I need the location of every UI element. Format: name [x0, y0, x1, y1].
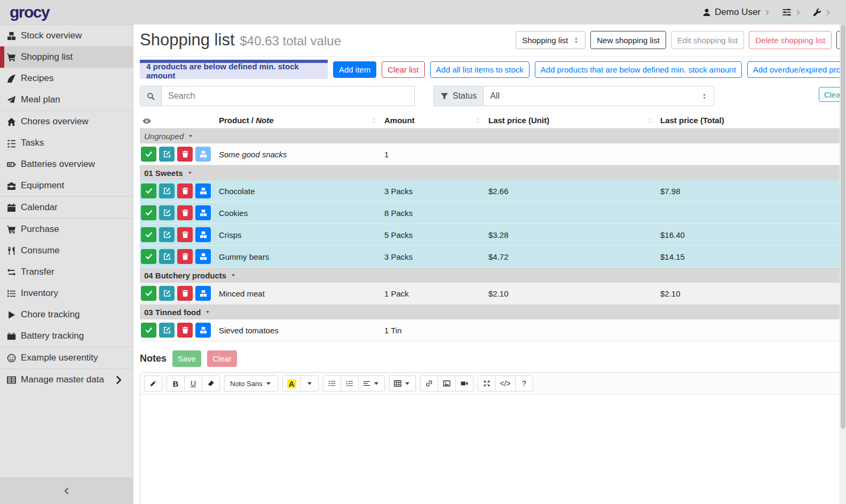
- product-box-icon: [200, 209, 207, 217]
- group-header-ungrouped[interactable]: Ungrouped: [140, 129, 846, 143]
- toolbox-icon: [7, 181, 16, 190]
- style-magic-button[interactable]: [144, 375, 162, 391]
- delete-item-button[interactable]: [177, 323, 193, 338]
- user-menu[interactable]: Demo User: [702, 7, 770, 18]
- sidebar-item-transfer[interactable]: Transfer: [0, 261, 133, 283]
- product-button[interactable]: [195, 323, 211, 338]
- add-item-button[interactable]: Add item: [333, 61, 376, 78]
- sort-icon[interactable]: [371, 117, 377, 124]
- paragraph-button[interactable]: [358, 375, 385, 391]
- delete-item-button[interactable]: [177, 227, 193, 242]
- sidebar-item-tasks[interactable]: Tasks: [0, 132, 133, 154]
- delete-item-button[interactable]: [177, 147, 193, 162]
- sidebar-item-stock-overview[interactable]: Stock overview: [0, 25, 133, 46]
- sidebar-item-consume[interactable]: Consume: [0, 240, 133, 261]
- mark-done-button[interactable]: [141, 183, 156, 198]
- sidebar-collapse-button[interactable]: [0, 477, 133, 504]
- edit-item-button[interactable]: [159, 323, 175, 338]
- add-all-to-stock-button[interactable]: Add all list items to stock: [430, 61, 529, 78]
- group-header-tinned-food[interactable]: 03 Tinned food: [140, 305, 846, 319]
- sidebar-item-chore-tracking[interactable]: Chore tracking: [0, 304, 133, 325]
- product-button[interactable]: [195, 183, 211, 198]
- new-shopping-list-button[interactable]: New shopping list: [590, 31, 666, 49]
- sidebar-item-equipment[interactable]: Equipment: [0, 175, 133, 196]
- sidebar-item-meal-plan[interactable]: Meal plan: [0, 89, 133, 110]
- sidebar-item-batteries-overview[interactable]: Batteries overview: [0, 154, 133, 175]
- edit-item-button[interactable]: [159, 249, 175, 264]
- column-last-price-unit[interactable]: Last price (Unit): [488, 116, 660, 125]
- notes-editing-area[interactable]: [140, 395, 846, 503]
- codeview-button[interactable]: </>: [495, 375, 516, 391]
- delete-item-button[interactable]: [177, 249, 193, 264]
- sort-icon[interactable]: [475, 117, 481, 124]
- save-notes-button[interactable]: Save: [172, 350, 201, 367]
- edit-shopping-list-button[interactable]: Edit shopping list: [671, 31, 744, 49]
- insert-picture-button[interactable]: [438, 375, 456, 391]
- clear-notes-button[interactable]: Clear: [207, 350, 237, 367]
- clear-list-button[interactable]: Clear list: [382, 61, 424, 78]
- sidebar-item-shopping-list[interactable]: Shopping list: [0, 46, 133, 68]
- sidebar-item-inventory[interactable]: Inventory: [0, 283, 133, 304]
- product-name: Some good snacks: [219, 150, 384, 159]
- sort-icon[interactable]: [647, 117, 653, 124]
- delete-item-button[interactable]: [177, 183, 193, 198]
- sidebar-item-recipes[interactable]: Recipes: [0, 68, 133, 89]
- sidebar-item-battery-tracking[interactable]: Battery tracking: [0, 325, 133, 347]
- font-color-caret-button[interactable]: [301, 375, 319, 391]
- help-button[interactable]: ?: [515, 375, 533, 391]
- font-color-button[interactable]: A: [282, 375, 301, 391]
- status-select[interactable]: All: [483, 86, 714, 106]
- product-button[interactable]: [195, 147, 211, 162]
- add-below-min-stock-button[interactable]: Add products that are below defined min.…: [535, 61, 742, 78]
- mark-done-button[interactable]: [141, 286, 156, 301]
- edit-item-button[interactable]: [159, 205, 175, 220]
- mark-done-button[interactable]: [141, 323, 156, 338]
- settings-menu[interactable]: [782, 7, 801, 17]
- font-family-select[interactable]: Noto Sans: [224, 375, 278, 391]
- product-box-icon: [200, 231, 207, 238]
- mark-done-button[interactable]: [141, 227, 156, 242]
- sidebar-item-calendar[interactable]: Calendar: [0, 197, 133, 218]
- ordered-list-button[interactable]: [341, 375, 359, 391]
- delete-item-button[interactable]: [177, 205, 193, 220]
- scrollbar-thumb[interactable]: [841, 25, 845, 429]
- column-amount[interactable]: Amount: [384, 116, 488, 125]
- clear-formatting-button[interactable]: [202, 375, 220, 391]
- min-stock-alert[interactable]: 4 products are below defined min. stock …: [140, 60, 328, 79]
- product-button[interactable]: [195, 205, 211, 220]
- delete-item-button[interactable]: [177, 286, 193, 301]
- product-name: Crisps: [219, 230, 384, 239]
- insert-table-button[interactable]: [389, 375, 416, 391]
- insert-link-button[interactable]: [420, 375, 438, 391]
- add-overdue-button[interactable]: Add overdue/expired products: [747, 61, 846, 78]
- sidebar-item-example-userentity[interactable]: Example userentity: [0, 347, 133, 369]
- mark-done-button[interactable]: [141, 147, 156, 162]
- bold-button[interactable]: B: [167, 375, 185, 391]
- search-input[interactable]: [161, 86, 415, 106]
- sidebar-item-purchase[interactable]: Purchase: [0, 219, 133, 240]
- column-last-price-total[interactable]: Last price (Total): [660, 116, 846, 125]
- unordered-list-button[interactable]: [323, 375, 341, 391]
- column-product[interactable]: Product / Note: [219, 116, 384, 125]
- grocy-logo[interactable]: grocy: [10, 3, 49, 21]
- group-header-butchery[interactable]: 04 Butchery products: [140, 268, 846, 283]
- product-button[interactable]: [195, 286, 211, 301]
- mark-done-button[interactable]: [141, 205, 156, 220]
- delete-shopping-list-button[interactable]: Delete shopping list: [749, 31, 832, 49]
- sidebar-item-manage-master-data[interactable]: Manage master data: [0, 369, 133, 390]
- edit-item-button[interactable]: [159, 227, 175, 242]
- underline-button[interactable]: U: [184, 375, 202, 391]
- visibility-column[interactable]: [140, 115, 219, 125]
- edit-item-button[interactable]: [159, 147, 175, 162]
- product-button[interactable]: [195, 249, 211, 264]
- admin-menu[interactable]: [813, 8, 831, 17]
- mark-done-button[interactable]: [141, 249, 156, 264]
- sidebar-item-chores-overview[interactable]: Chores overview: [0, 111, 133, 132]
- group-header-sweets[interactable]: 01 Sweets: [140, 165, 846, 180]
- fullscreen-button[interactable]: [478, 375, 496, 391]
- edit-item-button[interactable]: [159, 286, 175, 301]
- shopping-list-select[interactable]: Shopping list: [516, 31, 586, 49]
- product-button[interactable]: [195, 227, 211, 242]
- edit-item-button[interactable]: [159, 183, 175, 198]
- insert-video-button[interactable]: [455, 375, 473, 391]
